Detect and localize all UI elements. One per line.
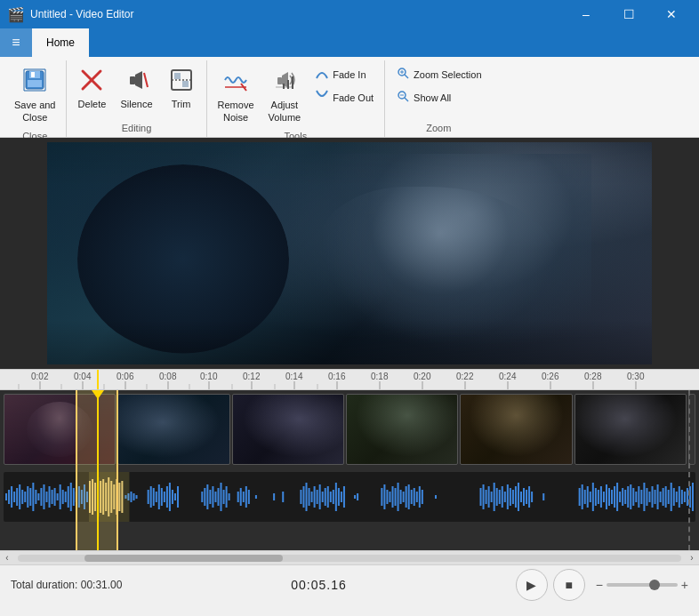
- fade-out-icon: [315, 89, 329, 107]
- svg-rect-75: [32, 483, 34, 511]
- volume-slider[interactable]: [607, 583, 678, 587]
- fade-in-icon: [315, 66, 329, 84]
- svg-rect-6: [130, 76, 135, 84]
- svg-rect-82: [52, 490, 53, 504]
- ribbon-menu-button[interactable]: ≡: [0, 28, 32, 57]
- svg-rect-3: [28, 80, 42, 87]
- svg-rect-193: [512, 490, 514, 504]
- remove-noise-button[interactable]: Remove Noise: [213, 64, 260, 128]
- adjust-volume-button[interactable]: Adjust Volume: [263, 64, 307, 128]
- delete-button[interactable]: Delete: [72, 64, 111, 113]
- svg-rect-165: [383, 484, 385, 509]
- svg-rect-205: [587, 486, 589, 508]
- minimize-button[interactable]: –: [566, 0, 607, 28]
- svg-rect-153: [322, 492, 324, 502]
- svg-text:0:22: 0:22: [456, 372, 474, 381]
- show-all-button[interactable]: Show All: [390, 87, 486, 108]
- svg-rect-10: [174, 73, 181, 79]
- svg-text:0:02: 0:02: [31, 372, 49, 381]
- ribbon-group-zoom: Zoom Selection Show All Zo: [385, 60, 492, 137]
- svg-rect-16: [283, 84, 285, 89]
- svg-rect-76: [35, 490, 36, 504]
- svg-rect-164: [381, 488, 382, 506]
- film-frame-6: [574, 394, 687, 465]
- film-frame-4: [346, 394, 458, 465]
- svg-rect-184: [488, 486, 490, 508]
- svg-text:0:10: 0:10: [200, 372, 218, 381]
- adjust-volume-icon: [272, 68, 297, 96]
- svg-rect-235: [668, 490, 670, 504]
- svg-rect-116: [153, 488, 155, 506]
- svg-rect-197: [523, 488, 525, 506]
- zoom-selection-label: Zoom Selection: [414, 69, 481, 80]
- fade-controls: Fade In Fade Out: [309, 64, 379, 108]
- fade-in-label: Fade In: [333, 69, 366, 80]
- tab-home[interactable]: Home: [32, 28, 89, 57]
- save-close-label: Save and Close: [14, 99, 55, 124]
- svg-rect-182: [483, 484, 485, 509]
- remove-noise-label: Remove Noise: [218, 99, 254, 124]
- svg-rect-196: [520, 492, 522, 502]
- svg-rect-144: [282, 492, 284, 502]
- scroll-right-button[interactable]: ›: [685, 553, 699, 563]
- svg-rect-118: [158, 484, 160, 509]
- film-frame-3: [232, 394, 344, 465]
- film-frame-2: [117, 394, 229, 465]
- timeline-ruler: 0:02 0:04 0:06 0:08 0:10 0:12 0:14 0:16 …: [0, 369, 699, 390]
- maximize-button[interactable]: ☐: [608, 0, 649, 28]
- ribbon-group-close: Save and Close Close: [4, 60, 67, 137]
- video-preview[interactable]: [0, 138, 699, 369]
- svg-rect-204: [584, 490, 586, 504]
- trim-button[interactable]: Trim: [162, 64, 201, 113]
- svg-text:0:14: 0:14: [285, 372, 303, 381]
- svg-rect-223: [635, 492, 637, 502]
- svg-rect-229: [651, 486, 653, 508]
- svg-rect-203: [582, 484, 583, 509]
- remove-noise-icon: [223, 68, 248, 96]
- svg-text:0:24: 0:24: [499, 372, 517, 381]
- save-close-button[interactable]: Save and Close: [9, 64, 60, 128]
- svg-rect-119: [161, 488, 163, 506]
- svg-rect-147: [305, 483, 307, 511]
- svg-rect-117: [156, 492, 157, 502]
- svg-rect-137: [237, 492, 239, 502]
- window-title: Untitled - Video Editor: [30, 8, 566, 20]
- timeline-scrollbar[interactable]: ‹ ›: [0, 550, 699, 564]
- svg-text:0:12: 0:12: [243, 372, 261, 381]
- timeline-area[interactable]: [0, 390, 699, 550]
- playhead-arrow: [92, 390, 104, 399]
- svg-rect-234: [665, 486, 667, 508]
- silence-button[interactable]: Silence: [115, 64, 157, 113]
- show-all-icon: [396, 89, 410, 107]
- svg-rect-241: [684, 492, 686, 502]
- scroll-left-button[interactable]: ‹: [0, 553, 14, 563]
- svg-rect-209: [598, 490, 599, 504]
- svg-rect-124: [174, 493, 176, 500]
- svg-rect-69: [16, 488, 18, 506]
- svg-rect-71: [21, 490, 23, 504]
- svg-rect-156: [330, 492, 332, 502]
- scrollbar-thumb[interactable]: [84, 555, 284, 562]
- svg-rect-240: [681, 490, 683, 504]
- close-button[interactable]: ✕: [651, 0, 692, 28]
- svg-rect-145: [300, 490, 301, 504]
- svg-rect-78: [40, 488, 42, 506]
- zoom-selection-button[interactable]: Zoom Selection: [390, 64, 486, 85]
- svg-rect-72: [24, 492, 26, 502]
- svg-text:0:26: 0:26: [542, 372, 559, 381]
- svg-rect-231: [657, 484, 659, 509]
- fade-out-button[interactable]: Fade Out: [309, 87, 379, 108]
- svg-rect-115: [150, 486, 152, 508]
- app-icon: 🎬: [7, 6, 25, 23]
- svg-rect-166: [386, 490, 388, 504]
- svg-rect-128: [206, 484, 208, 509]
- stop-button[interactable]: ■: [553, 569, 585, 601]
- fade-in-button[interactable]: Fade In: [309, 64, 379, 85]
- svg-rect-77: [37, 493, 39, 500]
- svg-rect-199: [528, 486, 530, 508]
- volume-plus-icon: +: [681, 578, 688, 592]
- svg-text:0:20: 0:20: [414, 372, 431, 381]
- svg-rect-139: [243, 492, 245, 502]
- play-button[interactable]: ▶: [516, 569, 548, 601]
- scrollbar-track[interactable]: [18, 555, 681, 562]
